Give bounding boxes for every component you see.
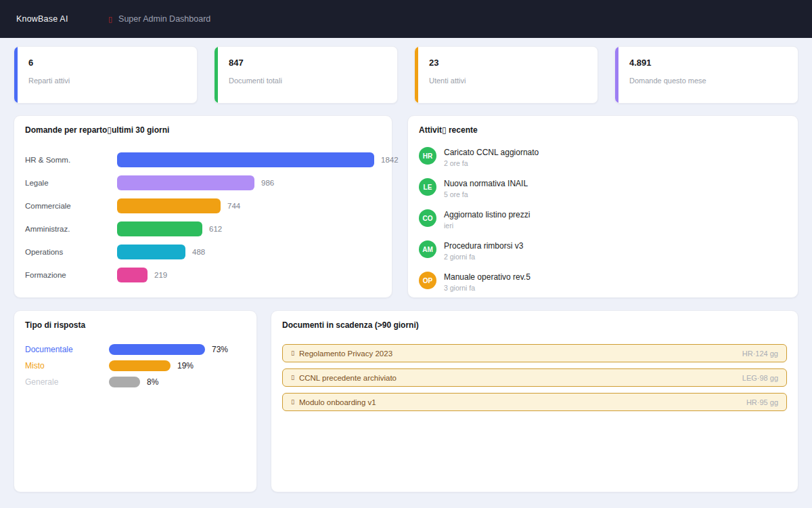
stat-card: 847 Documenti totali <box>214 46 398 104</box>
stat-card: 6 Reparti attivi <box>14 46 198 104</box>
department-label: Formazione <box>25 271 117 279</box>
warning-icon: ▯ <box>291 399 294 405</box>
activity-item: AM Procedura rimborsi v3 2 giorni fa <box>419 240 787 261</box>
avatar: CO <box>419 209 436 227</box>
activity-item: HR Caricato CCNL aggiornato 2 ore fa <box>419 147 787 167</box>
response-type-chart: Documentale 73% Misto 19% Generale 8% <box>25 341 246 390</box>
stat-label: Documenti totali <box>229 77 397 85</box>
department-value: 986 <box>261 179 274 187</box>
stat-value: 23 <box>429 58 597 68</box>
expiring-docs-title: Documenti in scadenza (>90 giorni) <box>282 320 787 330</box>
department-value: 612 <box>209 225 222 233</box>
department-label: Commerciale <box>25 202 117 210</box>
brand-logo: KnowBase AI <box>16 14 108 24</box>
activity-feed: HR Caricato CCNL aggiornato 2 ore fa LE … <box>419 147 787 292</box>
doc-name: Regolamento Privacy 2023 <box>299 350 392 358</box>
department-label: Legale <box>25 179 117 187</box>
department-chart-row: Operations 488 <box>25 240 381 263</box>
response-type-row: Misto 19% <box>25 358 246 374</box>
department-bar <box>117 152 374 167</box>
activity-item: OP Manuale operativo rev.5 3 giorni fa <box>419 272 787 292</box>
activity-item: LE Nuova normativa INAIL 5 ore fa <box>419 178 787 198</box>
expiring-doc-row[interactable]: ▯ Regolamento Privacy 2023 HR·124 gg <box>282 344 787 362</box>
expiring-doc-row[interactable]: ▯ CCNL precedente archiviato LEG·98 gg <box>282 368 787 387</box>
response-type-row: Generale 8% <box>25 374 246 390</box>
dashboard-content: 6 Reparti attivi 847 Documenti totali 23… <box>0 38 812 492</box>
avatar: LE <box>419 178 436 196</box>
expiring-doc-row[interactable]: ▯ Modulo onboarding v1 HR·95 gg <box>282 393 787 411</box>
response-label: Misto <box>25 361 109 371</box>
activity-timestamp: ieri <box>444 221 530 230</box>
activity-timestamp: 2 giorni fa <box>444 253 523 261</box>
department-value: 744 <box>227 202 240 210</box>
response-label: Documentale <box>25 345 109 354</box>
response-type-title: Tipo di risposta <box>25 320 246 330</box>
middle-row: Domande per reparto▯ultimi 30 giorni HR … <box>14 115 798 298</box>
department-chart-row: Amministraz. 612 <box>25 217 381 240</box>
activity-panel: Attivit▯ recente HR Caricato CCNL aggior… <box>407 115 798 298</box>
stat-label: Utenti attivi <box>429 77 597 85</box>
stat-accent-bar <box>415 47 418 103</box>
department-bar <box>117 245 185 259</box>
department-bar <box>117 268 148 282</box>
page-title-group: ▯ Super Admin Dashboard <box>108 14 210 24</box>
department-chart-row: Formazione 219 <box>25 263 381 287</box>
expiring-docs-panel: Documenti in scadenza (>90 giorni) ▯ Reg… <box>271 310 798 492</box>
department-label: HR & Somm. <box>25 156 117 164</box>
dashboard-badge-icon: ▯ <box>108 16 112 23</box>
activity-text: Manuale operativo rev.5 <box>444 272 531 282</box>
warning-icon: ▯ <box>291 350 294 356</box>
expiring-docs-list: ▯ Regolamento Privacy 2023 HR·124 gg ▯ C… <box>282 344 787 411</box>
department-chart-row: Legale 986 <box>25 171 381 194</box>
response-bar <box>109 344 205 355</box>
warning-icon: ▯ <box>291 375 294 381</box>
doc-name: CCNL precedente archiviato <box>299 374 397 382</box>
doc-meta: HR·124 gg <box>742 350 778 358</box>
department-value: 488 <box>192 248 205 256</box>
stat-value: 847 <box>229 58 397 68</box>
department-value: 219 <box>154 271 167 279</box>
doc-name: Modulo onboarding v1 <box>299 398 376 406</box>
department-bar <box>117 221 202 236</box>
department-chart: HR & Somm. 1842 Legale 986 Commerciale <box>25 148 381 287</box>
department-label: Operations <box>25 248 117 256</box>
activity-item: CO Aggiornato listino prezzi ieri <box>419 209 787 230</box>
avatar: AM <box>419 240 436 258</box>
stat-value: 6 <box>28 58 197 68</box>
stat-value: 4.891 <box>629 58 798 68</box>
stat-label: Domande questo mese <box>629 77 798 85</box>
avatar: HR <box>419 147 436 165</box>
department-bar <box>117 175 254 190</box>
activity-timestamp: 2 ore fa <box>444 159 539 167</box>
department-bar <box>117 198 221 213</box>
stat-accent-bar <box>215 47 218 103</box>
response-bar <box>109 360 171 371</box>
bottom-row: Tipo di risposta Documentale 73% Misto 1… <box>14 310 798 492</box>
activity-text: Procedura rimborsi v3 <box>444 241 523 251</box>
activity-text: Aggiornato listino prezzi <box>444 210 530 219</box>
response-type-panel: Tipo di risposta Documentale 73% Misto 1… <box>14 310 257 492</box>
response-type-row: Documentale 73% <box>25 341 246 358</box>
stat-card: 4.891 Domande questo mese <box>614 46 798 104</box>
top-navbar: KnowBase AI ▯ Super Admin Dashboard <box>0 0 812 38</box>
department-value: 1842 <box>381 156 399 164</box>
stat-card: 23 Utenti attivi <box>414 46 598 104</box>
activity-timestamp: 3 giorni fa <box>444 284 531 292</box>
activity-title: Attivit▯ recente <box>419 125 787 135</box>
page-title: Super Admin Dashboard <box>118 14 210 24</box>
response-label: Generale <box>25 377 109 387</box>
response-percentage: 19% <box>177 361 194 371</box>
department-chart-title: Domande per reparto▯ultimi 30 giorni <box>25 125 381 135</box>
activity-timestamp: 5 ore fa <box>444 190 528 198</box>
stat-label: Reparti attivi <box>28 77 197 85</box>
activity-text: Caricato CCNL aggiornato <box>444 148 539 157</box>
response-percentage: 73% <box>212 345 228 354</box>
department-chart-panel: Domande per reparto▯ultimi 30 giorni HR … <box>14 115 392 298</box>
stats-row: 6 Reparti attivi 847 Documenti totali 23… <box>14 46 798 104</box>
department-label: Amministraz. <box>25 225 117 233</box>
stat-accent-bar <box>615 47 618 103</box>
response-bar <box>109 377 140 387</box>
department-chart-row: Commerciale 744 <box>25 194 381 217</box>
response-percentage: 8% <box>147 377 158 387</box>
doc-meta: LEG·98 gg <box>742 374 778 382</box>
